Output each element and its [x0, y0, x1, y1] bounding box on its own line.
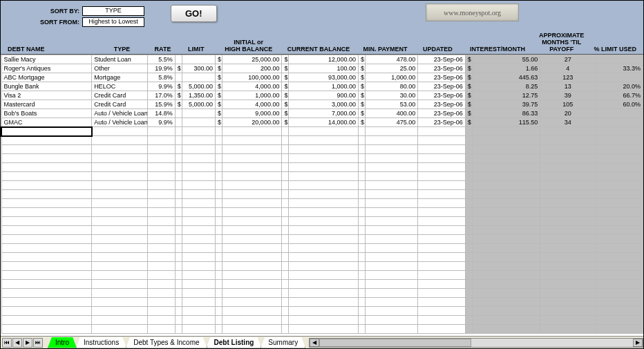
cell-name[interactable]: ABC Mortgage: [1, 73, 92, 82]
table-row[interactable]: [1, 199, 643, 208]
cell-limit-currency[interactable]: $: [175, 91, 182, 100]
table-row[interactable]: [1, 325, 643, 334]
cell-name[interactable]: Visa 2: [1, 91, 92, 100]
cell-empty[interactable]: [1, 271, 92, 280]
sort-from-dropdown[interactable]: Highest to Lowest: [82, 17, 144, 27]
cell-empty[interactable]: [1, 298, 92, 307]
cell-current-currency[interactable]: $: [282, 64, 289, 73]
table-row[interactable]: [1, 136, 643, 145]
cell-intmonth-currency[interactable]: $: [465, 91, 472, 100]
cell-empty[interactable]: [1, 253, 92, 262]
tab-nav-first-icon[interactable]: ⏮: [2, 338, 12, 348]
go-button[interactable]: GO!: [171, 5, 217, 22]
cell-intmonth-currency[interactable]: $: [465, 100, 472, 109]
cell-current[interactable]: 3,000.00: [289, 100, 358, 109]
cell-intmonth[interactable]: 12.75: [472, 91, 540, 100]
cell-name[interactable]: Bungle Bank: [1, 82, 92, 91]
cell-rate[interactable]: 9.9%: [147, 118, 175, 127]
cell-payoff[interactable]: 34: [540, 118, 596, 127]
cell-limitused[interactable]: [596, 109, 643, 118]
cell-limit[interactable]: [182, 109, 215, 118]
cell-limit-currency[interactable]: $: [175, 82, 182, 91]
cell-empty[interactable]: [1, 325, 92, 334]
cell-initial[interactable]: 9,000.00: [222, 109, 282, 118]
cell-initial[interactable]: 20,000.00: [222, 118, 282, 127]
cell-empty[interactable]: [1, 208, 92, 217]
cell-intmonth[interactable]: 86.33: [472, 109, 540, 118]
table-row[interactable]: [1, 163, 643, 172]
tab-intro[interactable]: Intro: [48, 337, 77, 348]
debt-table[interactable]: Sallie MacyStudent Loan5.5%$25,000.00$12…: [1, 55, 643, 334]
cell-current[interactable]: 7,000.00: [289, 109, 358, 118]
cell-empty[interactable]: [1, 226, 92, 235]
cell-payoff[interactable]: 20: [540, 109, 596, 118]
table-row[interactable]: [1, 253, 643, 262]
cell-initial-currency[interactable]: $: [215, 118, 222, 127]
cell-limitused[interactable]: 33.3%: [596, 64, 643, 73]
cell-minpay[interactable]: 80.00: [365, 82, 417, 91]
cell-empty[interactable]: [1, 262, 92, 271]
cell-intmonth[interactable]: 1.66: [472, 64, 540, 73]
scroll-right-icon[interactable]: ▶: [633, 339, 643, 347]
cell-intmonth[interactable]: 55.00: [472, 55, 540, 64]
cell-intmonth-currency[interactable]: $: [465, 118, 472, 127]
cell-limit[interactable]: 300.00: [182, 64, 215, 73]
cell-current-currency[interactable]: $: [282, 91, 289, 100]
cell-limit-currency[interactable]: [175, 73, 182, 82]
cell-intmonth[interactable]: 39.75: [472, 100, 540, 109]
cell-initial[interactable]: 200.00: [222, 64, 282, 73]
cell-empty[interactable]: [1, 307, 92, 316]
cell-limitused[interactable]: 20.0%: [596, 82, 643, 91]
cell-payoff[interactable]: 4: [540, 64, 596, 73]
table-row[interactable]: [1, 127, 643, 136]
cell-updated[interactable]: 23-Sep-06: [418, 118, 465, 127]
cell-minpay[interactable]: 53.00: [365, 100, 417, 109]
cell-rate[interactable]: 14.8%: [147, 109, 175, 118]
cell-limit-currency[interactable]: $: [175, 100, 182, 109]
cell-rate[interactable]: 9.9%: [147, 82, 175, 91]
cell-limitused[interactable]: 66.7%: [596, 91, 643, 100]
spreadsheet-grid[interactable]: Sallie MacyStudent Loan5.5%$25,000.00$12…: [1, 55, 643, 334]
cell-current[interactable]: 900.00: [289, 91, 358, 100]
cell-empty[interactable]: [1, 190, 92, 199]
cell-name[interactable]: Bob's Boats: [1, 109, 92, 118]
cell-name[interactable]: GMAC: [1, 118, 92, 127]
cell-payoff[interactable]: 27: [540, 55, 596, 64]
cell-rate[interactable]: 15.9%: [147, 100, 175, 109]
cell-type[interactable]: Credit Card: [92, 100, 147, 109]
cell-minpay[interactable]: 1,000.00: [365, 73, 417, 82]
cell-initial-currency[interactable]: $: [215, 91, 222, 100]
cell-empty[interactable]: [1, 181, 92, 190]
cell-minpay[interactable]: 25.00: [365, 64, 417, 73]
table-row[interactable]: [1, 217, 643, 226]
cell-intmonth-currency[interactable]: $: [465, 73, 472, 82]
cell-current[interactable]: 14,000.00: [289, 118, 358, 127]
cell-empty[interactable]: [1, 244, 92, 253]
cell-intmonth-currency[interactable]: $: [465, 109, 472, 118]
table-row[interactable]: [1, 172, 643, 181]
cell-current-currency[interactable]: $: [282, 118, 289, 127]
cell-minpay-currency[interactable]: $: [358, 118, 365, 127]
cell-limit[interactable]: 5,000.00: [182, 100, 215, 109]
cell-type[interactable]: Student Loan: [92, 55, 147, 64]
cell-empty[interactable]: [1, 145, 92, 154]
cell-initial-currency[interactable]: $: [215, 109, 222, 118]
cell-minpay[interactable]: 30.00: [365, 91, 417, 100]
cell-initial[interactable]: 25,000.00: [222, 55, 282, 64]
table-row[interactable]: GMACAuto / Vehicle Loan9.9%$20,000.00$14…: [1, 118, 643, 127]
scroll-thumb[interactable]: [319, 339, 471, 347]
table-row[interactable]: [1, 154, 643, 163]
cell-limit-currency[interactable]: [175, 118, 182, 127]
cell-type[interactable]: Credit Card: [92, 91, 147, 100]
cell-initial[interactable]: 4,000.00: [222, 100, 282, 109]
cell-current-currency[interactable]: $: [282, 100, 289, 109]
cell-empty[interactable]: [1, 316, 92, 325]
cell-name[interactable]: Roger's Antiques: [1, 64, 92, 73]
cell-intmonth[interactable]: 445.63: [472, 73, 540, 82]
cell-initial[interactable]: 1,000.00: [222, 91, 282, 100]
cell-updated[interactable]: 23-Sep-06: [418, 100, 465, 109]
tab-nav-last-icon[interactable]: ⏭: [33, 338, 43, 348]
cell-current[interactable]: 93,000.00: [289, 73, 358, 82]
table-row[interactable]: [1, 190, 643, 199]
cell-updated[interactable]: 23-Sep-06: [418, 55, 465, 64]
